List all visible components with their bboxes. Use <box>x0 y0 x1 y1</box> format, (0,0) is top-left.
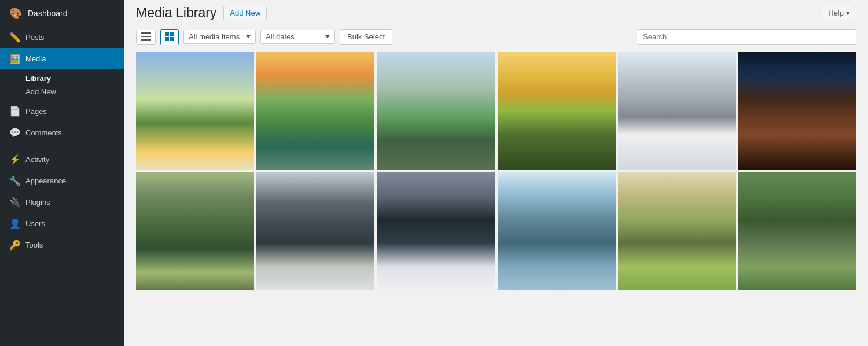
appearance-label: Appearance <box>25 176 66 185</box>
users-label: Users <box>25 219 45 228</box>
svg-rect-1 <box>141 36 151 37</box>
add-new-button[interactable]: Add New <box>223 6 267 20</box>
sidebar-item-posts[interactable]: ✏️ Posts <box>0 27 124 48</box>
media-thumb-10[interactable] <box>498 172 616 290</box>
sidebar-item-activity[interactable]: ⚡ Activity <box>0 149 124 170</box>
date-filter[interactable]: All dates January 2024 December 2023 <box>260 30 335 44</box>
help-button[interactable]: Help ▾ <box>822 6 856 20</box>
dashboard-label: Dashboard <box>28 9 68 18</box>
media-thumb-9[interactable] <box>377 172 495 290</box>
media-thumb-11[interactable] <box>618 172 736 290</box>
sidebar-item-tools[interactable]: 🔑 Tools <box>0 234 124 256</box>
plugins-icon: 🔌 <box>9 197 20 208</box>
sidebar: 🎨 Dashboard ✏️ Posts 🖼️ Media Library Ad… <box>0 0 124 346</box>
help-arrow-icon: ▾ <box>846 9 850 17</box>
media-thumb-12[interactable] <box>738 172 856 290</box>
media-thumb-1[interactable] <box>136 52 254 170</box>
media-subnav: Library Add New <box>0 69 124 101</box>
svg-rect-2 <box>141 39 151 41</box>
sidebar-item-comments[interactable]: 💬 Comments <box>0 122 124 143</box>
comments-label: Comments <box>25 128 62 137</box>
pages-label: Pages <box>25 107 47 116</box>
comments-icon: 💬 <box>9 127 20 138</box>
pages-icon: 📄 <box>9 106 20 117</box>
grid-view-icon <box>165 32 174 42</box>
page-title-area: Media Library Add New <box>136 5 267 22</box>
tools-icon: 🔑 <box>9 240 20 251</box>
media-thumb-5[interactable] <box>618 52 736 170</box>
svg-rect-0 <box>141 32 151 34</box>
users-icon: 👤 <box>9 218 20 229</box>
sidebar-item-users[interactable]: 👤 Users <box>0 213 124 234</box>
media-thumb-3[interactable] <box>377 52 495 170</box>
list-view-button[interactable] <box>136 30 156 45</box>
media-grid-inner <box>136 52 856 290</box>
tools-label: Tools <box>25 241 43 249</box>
dashboard-icon: 🎨 <box>9 7 22 20</box>
plugins-label: Plugins <box>25 198 50 207</box>
media-library-link[interactable]: Library <box>25 72 124 85</box>
activity-label: Activity <box>25 155 49 164</box>
page-title: Media Library <box>136 5 216 22</box>
media-thumb-4[interactable] <box>498 52 616 170</box>
svg-rect-6 <box>170 37 174 41</box>
main-content: Media Library Add New Help ▾ All media i… <box>124 0 868 346</box>
topbar: Media Library Add New Help ▾ <box>124 0 868 22</box>
posts-icon: ✏️ <box>9 32 20 43</box>
help-label: Help <box>828 9 844 17</box>
search-box <box>637 29 856 45</box>
sidebar-item-appearance[interactable]: 🔧 Appearance <box>0 170 124 192</box>
svg-rect-5 <box>165 37 169 41</box>
appearance-icon: 🔧 <box>9 175 20 186</box>
media-thumb-7[interactable] <box>136 172 254 290</box>
sidebar-item-plugins[interactable]: 🔌 Plugins <box>0 192 124 213</box>
sidebar-item-media[interactable]: 🖼️ Media <box>0 48 124 69</box>
media-icon: 🖼️ <box>9 53 20 64</box>
svg-rect-4 <box>170 32 174 36</box>
media-thumb-6[interactable] <box>738 52 856 170</box>
dashboard-brand[interactable]: 🎨 Dashboard <box>0 0 124 27</box>
svg-rect-3 <box>165 32 169 36</box>
list-view-icon <box>141 32 151 42</box>
nav-divider-1 <box>0 146 124 146</box>
media-grid <box>124 52 868 346</box>
toolbar: All media items Images Audio Video Docum… <box>124 22 868 52</box>
media-add-new-link[interactable]: Add New <box>25 85 124 98</box>
media-type-filter[interactable]: All media items Images Audio Video Docum… <box>183 30 256 44</box>
activity-icon: ⚡ <box>9 154 20 165</box>
sidebar-item-pages[interactable]: 📄 Pages <box>0 101 124 122</box>
media-thumb-2[interactable] <box>256 52 374 170</box>
media-thumb-8[interactable] <box>256 172 374 290</box>
search-input[interactable] <box>643 32 850 41</box>
posts-label: Posts <box>25 33 45 42</box>
grid-view-button[interactable] <box>160 29 179 45</box>
bulk-select-button[interactable]: Bulk Select <box>340 29 392 45</box>
media-label: Media <box>25 54 46 63</box>
